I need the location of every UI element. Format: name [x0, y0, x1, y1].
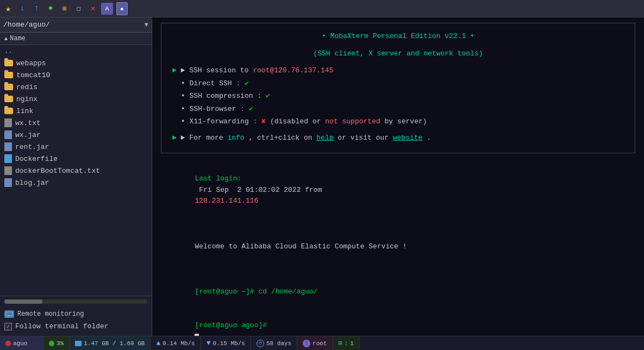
list-item[interactable]: blog.jar [0, 177, 152, 189]
prompt2-text: [root@aguo aguo]# [195, 321, 271, 329]
ssh-compression-line: • SSH compression : ✔ [172, 91, 624, 102]
svg-rect-0 [6, 312, 12, 316]
txt-icon [4, 118, 12, 127]
more-info-website[interactable]: website [393, 134, 423, 142]
status-cpu: 3% [43, 336, 70, 350]
list-item[interactable]: rent.jar [0, 141, 152, 153]
status-memory: 1.47 GB / 1.69 GB [70, 336, 151, 350]
toolbar-icon-8[interactable]: A [101, 3, 113, 15]
welcome-box: • MobaXterm Personal Edition v22.1 • (SS… [161, 23, 635, 153]
ssh-compression-label: • SSH compression : [181, 92, 261, 100]
welcome-subtitle: (SSH client, X server and network tools) [313, 49, 483, 58]
toolbar-icon-5[interactable]: ⊞ [59, 3, 71, 15]
more-info-help[interactable]: help [316, 134, 333, 142]
more-info-line: ► ► For more info , ctrl+click on help o… [172, 133, 624, 143]
sidebar-path-text: /home/aguo/ [3, 21, 145, 29]
uptime-icon: ⏱ [257, 340, 264, 347]
prompt1-line: [root@aguo ~]# cd /home/aguo/ [161, 275, 635, 309]
folder-icon [4, 60, 13, 66]
list-item[interactable]: wx.txt [0, 117, 152, 129]
list-item[interactable]: webapps [0, 57, 152, 69]
toolbar-icon-3[interactable]: ↑ [30, 3, 42, 15]
toolbar: ★ ↓ ↑ ● ⊞ ◻ ✕ A ● [0, 0, 644, 17]
folder-icon [4, 84, 13, 90]
ssh-browser-check: ✔ [249, 105, 253, 113]
net-up-arrow: ▲ [156, 339, 160, 347]
x11-cross: ✘ [261, 117, 266, 126]
status-user: 👤 root [297, 336, 333, 350]
sidebar-path-bar[interactable]: /home/aguo/ ▼ [0, 17, 152, 33]
list-item[interactable]: link [0, 105, 152, 117]
more-info-prefix: ► For more [181, 134, 228, 142]
arrow-icon: ► [172, 66, 181, 74]
direct-ssh-line: • Direct SSH : ✔ [172, 78, 624, 89]
ssh-session-label: ► SSH session to [181, 66, 253, 74]
ssh-session-line: ► ► SSH session to root@120.76.137.145 [172, 65, 624, 76]
list-item[interactable]: .. [0, 45, 152, 57]
memory-label: 1.47 GB / 1.69 GB [84, 340, 145, 347]
status-aguo[interactable]: aguo [0, 336, 43, 350]
x11-by-server: by server) [385, 117, 427, 126]
welcome-cloud-line: Welcome to Alibaba Cloud Elastic Compute… [161, 230, 635, 264]
net-down-arrow: ▼ [207, 339, 211, 347]
ssh-browser-label: • SSH-browser [181, 105, 236, 113]
user-icon: 👤 [303, 340, 310, 347]
more-arrow: ► [172, 134, 181, 142]
active-tab[interactable]: ● [116, 2, 128, 15]
more-info-end: . [427, 134, 431, 142]
sidebar-header: ▲ Name [0, 33, 152, 45]
list-item[interactable]: wx.jar [0, 129, 152, 141]
toolbar-icon-2[interactable]: ↓ [16, 3, 28, 15]
dotdot-icon: .. [4, 47, 12, 55]
more-info-mid: , ctrl+click on [248, 134, 316, 142]
sidebar-path-dropdown[interactable]: ▼ [145, 21, 148, 29]
sidebar-name-col: Name [10, 35, 26, 42]
follow-terminal-checkbox[interactable]: ✓ [4, 323, 12, 330]
folder-icon [4, 108, 13, 114]
uptime-icon-inner: ⏱ [258, 341, 262, 346]
more-info-or: or visit our [337, 134, 392, 142]
net-down-label: 0.15 Mb/s [212, 340, 245, 347]
list-item[interactable]: redis [0, 81, 152, 93]
blank-line-1 [161, 218, 635, 230]
statusbar: aguo 3% 1.47 GB / 1.69 GB ▲ 0.14 Mb/s ▼ … [0, 336, 644, 350]
file-name: blog.jar [15, 179, 49, 187]
toolbar-icon-6[interactable]: ◻ [73, 3, 85, 15]
file-name: wx.txt [15, 119, 41, 127]
toolbar-icon-1[interactable]: ★ [2, 3, 14, 15]
remote-monitoring-item[interactable]: Remote monitoring [4, 308, 147, 320]
aguo-dot [5, 341, 11, 346]
list-item[interactable]: dockerBootTomcat.txt [0, 165, 152, 177]
session-colon: : [345, 340, 348, 347]
x11-line: • X11-forwarding : ✘ (disabled or not su… [172, 116, 624, 127]
scrollbar[interactable] [4, 299, 147, 304]
cpu-label: 3% [57, 340, 64, 347]
list-item[interactable]: tomcat10 [0, 69, 152, 81]
ssh-browser-line: • SSH-browser : ✔ [172, 104, 624, 115]
toolbar-icon-7[interactable]: ✕ [87, 3, 99, 15]
welcome-title: • MobaXterm Personal Edition v22.1 • [172, 31, 624, 42]
welcome-title-text: • MobaXterm Personal Edition v22.1 • [322, 32, 474, 40]
status-net-down: ▼ 0.15 Mb/s [201, 336, 251, 350]
list-item[interactable]: nginx [0, 93, 152, 105]
status-session: ⊞ : 1 [333, 336, 360, 350]
toolbar-icon-4[interactable]: ● [45, 3, 57, 15]
x11-label: • X11-forwarding [181, 117, 249, 126]
jar-icon [4, 130, 12, 139]
blank-line-2 [161, 264, 635, 275]
session-label: 1 [350, 340, 354, 347]
follow-terminal-item[interactable]: ✓ Follow terminal folder [4, 320, 147, 333]
status-uptime: ⏱ 58 days [251, 336, 297, 350]
file-name: rent.jar [15, 143, 49, 151]
x11-disabled-text: (disabled or [270, 117, 325, 126]
list-item[interactable]: Dockerfile [0, 153, 152, 165]
file-name: tomcat10 [16, 71, 50, 79]
ssh-compression-check: ✔ [266, 92, 270, 100]
sort-icon: ▲ [4, 36, 8, 42]
prompt1-text: [root@aguo ~]# cd /home/aguo/ [195, 288, 317, 296]
follow-terminal-label: Follow terminal folder [15, 322, 109, 330]
last-login-label: Last login: [195, 174, 241, 183]
cpu-dot [49, 341, 54, 346]
terminal-content[interactable]: • MobaXterm Personal Edition v22.1 • (SS… [152, 17, 644, 336]
folder-icon [4, 96, 13, 102]
